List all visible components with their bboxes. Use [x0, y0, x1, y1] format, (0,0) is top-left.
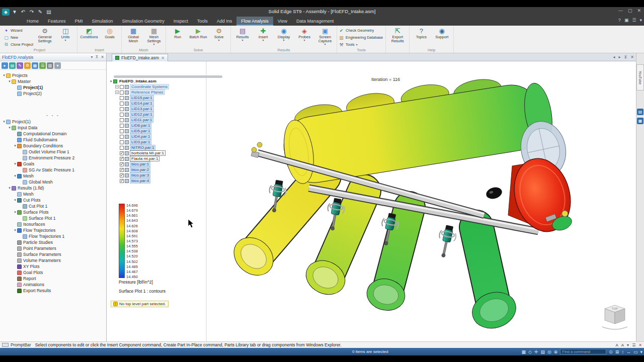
new-button[interactable]: ▢New	[4, 34, 34, 41]
visibility-checkbox[interactable]	[120, 162, 124, 166]
batch-run-button[interactable]: ▶Batch Run	[188, 26, 208, 42]
tree-item-surface-plots[interactable]: ▾Surface Plots	[1, 209, 105, 215]
tree-item-sg-av-static-pressure-1[interactable]: SG Av Static Pressure 1	[1, 167, 105, 173]
units-button[interactable]: ◫Units▾	[55, 26, 75, 42]
viewport[interactable]: TOP Iteration = 116 ▾FloEFD_Intake.asm+C…	[107, 61, 636, 341]
visibility-checkbox[interactable]	[120, 113, 124, 117]
window-icon[interactable]: ▤	[45, 9, 52, 16]
panel-toolbar-icon[interactable]: ⚙	[24, 62, 31, 69]
expand-icon[interactable]: +	[115, 90, 119, 94]
tree-item-global-mesh[interactable]: Global Mesh	[1, 179, 105, 185]
visibility-checkbox[interactable]	[120, 118, 124, 122]
assembly-item-reference-planes[interactable]: +Reference Planes	[109, 89, 169, 95]
document-tab[interactable]: FloEFD_Intake.asm ✕	[112, 54, 168, 61]
assembly-item-lid11-par-1[interactable]: LID11.par:1	[109, 117, 169, 123]
insert-button[interactable]: ✚Insert▾	[253, 26, 273, 42]
tab-view[interactable]: View	[273, 17, 292, 26]
close-icon[interactable]: ✕	[101, 55, 104, 59]
results-button[interactable]: ▤Results▾	[232, 26, 253, 42]
assembly-item-coordinate-systems[interactable]: +Coordinate Systems	[109, 84, 169, 89]
visibility-checkbox[interactable]	[120, 90, 124, 95]
tree-item-xy-plots[interactable]: XY Plots	[1, 263, 105, 269]
visibility-checkbox[interactable]	[120, 140, 124, 144]
pin-icon[interactable]: ⊼	[95, 55, 98, 59]
assembly-item-bico-par-4[interactable]: bico.par:4	[109, 178, 169, 184]
visibility-checkbox[interactable]	[120, 85, 124, 89]
close-tab-icon[interactable]: ✕	[161, 56, 165, 60]
visibility-checkbox[interactable]	[120, 135, 124, 139]
visibility-checkbox[interactable]	[120, 179, 124, 183]
tree-item-environment-pressure-2[interactable]: Environment Pressure 2	[1, 155, 105, 161]
assembly-item-bico-par-3[interactable]: bico.par:3	[109, 172, 169, 178]
check-geometry-button[interactable]: ✔Check Geometry	[339, 27, 384, 34]
export-results-button[interactable]: ⇱Export Results	[387, 26, 408, 46]
status-icon[interactable]: ◎	[547, 349, 551, 354]
expander-icon[interactable]: ▾	[13, 174, 17, 178]
tree-item-particle-studies[interactable]: Particle Studies	[1, 239, 105, 245]
screen-capture-button[interactable]: ▣Screen Capture▾	[315, 26, 335, 46]
tab-tools[interactable]: Tools	[193, 17, 212, 26]
tree-item-project-2[interactable]: Project(2)	[1, 90, 105, 97]
panel-splitter[interactable]: ▪ ▪ ▪	[1, 112, 105, 119]
tree-item-outlet-volume-flow-1[interactable]: Outlet Volume Flow 1	[1, 149, 105, 155]
tab-flow-analysis[interactable]: Flow Analysis	[236, 17, 273, 26]
prompt-bar-icon[interactable]: A	[621, 343, 624, 347]
assembly-item-bico-par-1[interactable]: bico.par:1	[109, 161, 169, 167]
tree-item-goals[interactable]: ▾Goals	[1, 161, 105, 167]
panel-icon[interactable]: ▣	[624, 18, 629, 23]
visibility-checkbox[interactable]	[120, 124, 124, 128]
engineering-database-button[interactable]: ▥Engineering Database	[339, 34, 384, 41]
assembly-item-nitro-par-1[interactable]: NITRO.par:1	[109, 145, 169, 150]
tab-inspect[interactable]: Inspect	[169, 17, 193, 26]
status-icon[interactable]: ↕	[621, 349, 624, 354]
tree-item-isosurfaces[interactable]: Isosurfaces	[1, 221, 105, 227]
run-button[interactable]: ▶Run	[168, 26, 188, 42]
tree-item-goal-plots[interactable]: Goal Plots	[1, 269, 105, 276]
undo-icon[interactable]: ↶	[20, 9, 27, 16]
menu-icon[interactable]: ☰	[632, 18, 636, 23]
general-settings-button[interactable]: ⚙General Settings	[35, 26, 55, 46]
tree-item-projects[interactable]: ▾Projects	[1, 72, 105, 78]
expander-icon[interactable]: ▾	[2, 120, 6, 124]
assembly-item-flauta-mi-par-1[interactable]: Flauta mi.par:1	[109, 156, 169, 161]
help-icon[interactable]: ?	[618, 18, 621, 23]
tab-pmi[interactable]: PMI	[70, 17, 88, 26]
next-doc-icon[interactable]: ▸	[618, 55, 620, 59]
visibility-checkbox[interactable]	[120, 173, 124, 177]
tree-item-cut-plots[interactable]: ▾Cut Plots	[1, 197, 105, 203]
visibility-checkbox[interactable]	[120, 96, 124, 100]
tree-item-export-results[interactable]: Export Results	[1, 288, 105, 294]
expander-icon[interactable]: ▾	[13, 144, 17, 148]
save-icon[interactable]: ▼	[11, 9, 18, 16]
tree-item-boundary-conditions[interactable]: ▾Boundary Conditions	[1, 143, 105, 149]
redo-icon[interactable]: ↷	[28, 9, 35, 16]
expand-icon[interactable]: +	[115, 85, 119, 88]
tree-item-mesh[interactable]: ▾Mesh	[1, 173, 105, 179]
collapse-icon[interactable]: ▾	[639, 18, 642, 23]
tree-item-surface-plot-1[interactable]: Surface Plot 1	[1, 215, 105, 221]
expander-icon[interactable]: ▾	[13, 162, 17, 166]
expander-icon[interactable]: ▾	[8, 79, 12, 83]
close-icon[interactable]: ✕	[630, 55, 634, 59]
tab-data-management[interactable]: Data Management	[292, 17, 338, 26]
tree-item-point-parameters[interactable]: Point Parameters	[1, 245, 105, 251]
assembly-item-lid14-par-1[interactable]: LID14.par:1	[109, 101, 169, 106]
tools-button[interactable]: ⚒Tools▾	[339, 41, 384, 48]
tree-item-master[interactable]: ▾Master	[1, 78, 105, 84]
panel-toolbar-icon[interactable]: ▸	[2, 62, 8, 69]
status-icon[interactable]: ⊕	[554, 349, 558, 354]
mesh-settings-button[interactable]: ▦Mesh Settings▾	[144, 26, 164, 46]
panel-toolbar-icon[interactable]: ▥	[47, 62, 53, 69]
expander-icon[interactable]: ▾	[8, 126, 12, 130]
expander-icon[interactable]: ▾	[2, 73, 6, 77]
maximize-button[interactable]: ▢	[628, 8, 632, 13]
tab-features[interactable]: Features	[43, 17, 70, 26]
tree-item-cut-plot-1[interactable]: Cut Plot 1	[1, 203, 105, 209]
tree-item-project-1[interactable]: ▾Project(1)	[1, 119, 105, 125]
status-icon[interactable]: ▦	[521, 349, 526, 354]
assembly-item-lid8-par-1[interactable]: LID8.par:1	[109, 123, 169, 128]
tree-item-computational-domain[interactable]: Computational Domain	[1, 131, 105, 137]
close-button[interactable]: ✕	[637, 8, 641, 13]
global-mesh-button[interactable]: ▦Global Mesh	[123, 26, 143, 46]
visibility-checkbox[interactable]	[120, 102, 124, 106]
